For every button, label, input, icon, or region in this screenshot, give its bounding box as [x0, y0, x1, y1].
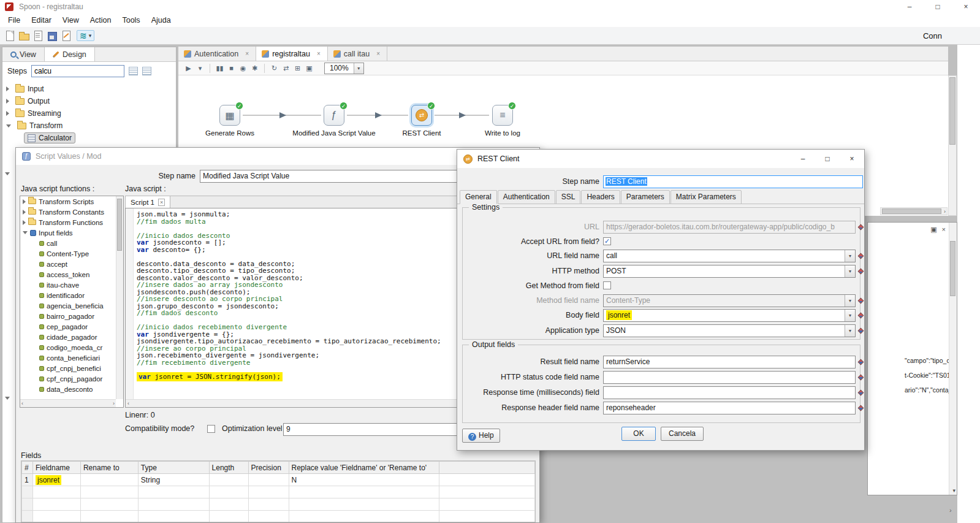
canvas-vscroll[interactable]: [948, 75, 957, 216]
close-icon[interactable]: ×: [840, 150, 864, 168]
pause-button[interactable]: ▮▮: [215, 64, 225, 73]
zoom-combo[interactable]: 100% ▾: [324, 63, 364, 74]
tree-item-calculator[interactable]: Calculator: [2, 132, 176, 144]
canvas-tab-registraltau[interactable]: registraltau×: [256, 47, 328, 61]
run-options-button[interactable]: ▾: [195, 64, 205, 73]
menu-action[interactable]: Action: [85, 14, 117, 26]
step-name-input[interactable]: REST Client: [603, 175, 863, 188]
chevron-down-icon[interactable]: ▾: [845, 310, 855, 321]
close-tab-icon[interactable]: ×: [244, 50, 250, 58]
ok-button[interactable]: OK: [621, 427, 656, 441]
function-item-transform-functions[interactable]: Transform Functions: [20, 217, 123, 227]
function-item-transform-constants[interactable]: Transform Constants: [20, 207, 123, 217]
preview-button[interactable]: ◉: [238, 64, 248, 73]
function-item-access-token[interactable]: access_token: [20, 269, 123, 280]
http-method-combo[interactable]: POST ▾: [603, 265, 856, 278]
variable-icon[interactable]: [859, 386, 866, 399]
stop-button[interactable]: ■: [226, 64, 237, 72]
function-item-agencia-beneficia[interactable]: agencia_beneficia: [20, 300, 123, 311]
scroll-right-icon[interactable]: ›: [943, 208, 947, 215]
response-time-input[interactable]: [603, 386, 856, 399]
results-vscroll[interactable]: ▾: [949, 223, 957, 495]
explore-repository-icon[interactable]: [32, 30, 44, 42]
tab-view[interactable]: View: [2, 47, 45, 61]
minimize-icon[interactable]: –: [791, 150, 815, 168]
menu-tools[interactable]: Tools: [116, 14, 145, 26]
menu-view[interactable]: View: [57, 14, 85, 26]
show-grid-button[interactable]: ⊞: [292, 64, 303, 73]
result-field-name-input[interactable]: returnService: [603, 356, 856, 368]
flow-step-generate-rows[interactable]: ▦✓Generate Rows: [178, 105, 282, 137]
variable-icon[interactable]: [859, 402, 866, 414]
tab-matrix-parameters[interactable]: Matrix Parameters: [670, 190, 742, 204]
tab-script-1[interactable]: Script 1 ×: [126, 196, 170, 208]
variable-icon[interactable]: [859, 294, 866, 307]
tree-item-streaming[interactable]: Streaming: [2, 107, 176, 120]
rest-dialog-titlebar[interactable]: ⇄ REST Client – □ ×: [457, 150, 864, 168]
variable-icon[interactable]: [859, 324, 866, 337]
scroll-down-icon[interactable]: ▾: [952, 487, 955, 494]
tree-expander-icon[interactable]: [6, 124, 11, 128]
close-tab-icon[interactable]: ×: [158, 199, 165, 206]
function-item-itau-chave[interactable]: itau-chave: [20, 280, 123, 290]
function-item-data-desconto[interactable]: data_desconto: [20, 384, 123, 394]
menu-editar[interactable]: Editar: [26, 14, 57, 26]
function-item-conta-beneficiari[interactable]: conta_beneficiari: [20, 353, 123, 363]
response-header-input[interactable]: reponseheader: [603, 402, 856, 414]
flow-step-write-to-log[interactable]: ≡✓Write to log: [450, 105, 555, 137]
variable-icon[interactable]: [859, 221, 866, 234]
function-item-accept[interactable]: accept: [20, 259, 123, 269]
function-item-content-type[interactable]: Content-Type: [20, 248, 123, 259]
body-field-combo[interactable]: jsonret ▾: [603, 309, 856, 322]
collapse-all-icon[interactable]: [142, 67, 151, 75]
close-tab-icon[interactable]: ×: [316, 50, 322, 58]
variable-icon[interactable]: [859, 356, 866, 368]
tree-item-transform[interactable]: Transform: [2, 120, 176, 132]
get-method-checkbox[interactable]: [603, 281, 611, 289]
new-file-icon[interactable]: [4, 30, 15, 42]
canvas-hscroll[interactable]: ›: [880, 207, 948, 215]
expand-all-icon[interactable]: [129, 67, 138, 75]
chevron-down-icon[interactable]: ▾: [845, 250, 855, 262]
application-type-combo[interactable]: JSON ▾: [603, 324, 856, 337]
connect-button[interactable]: Conn: [923, 31, 942, 40]
chevron-down-icon[interactable]: ▾: [354, 63, 363, 74]
checkpoint-button[interactable]: ⇄: [281, 64, 291, 73]
maximize-icon[interactable]: □: [924, 0, 952, 13]
scroll-left-icon[interactable]: ‹: [21, 400, 23, 407]
table-row-empty[interactable]: [22, 498, 535, 511]
debug-button[interactable]: ✱: [249, 64, 260, 73]
tree-expander-icon[interactable]: [23, 210, 26, 215]
function-item-cep-pagador[interactable]: cep_pagador: [20, 321, 123, 332]
function-item-cidade-pagador[interactable]: cidade_pagador: [20, 332, 123, 342]
url-field-name-combo[interactable]: call ▾: [603, 250, 856, 262]
canvas-tab-call-itau[interactable]: call itau×: [328, 47, 387, 61]
variable-icon[interactable]: [859, 309, 866, 322]
function-item-transform-scripts[interactable]: Transform Scripts: [20, 196, 123, 207]
tab-ssl[interactable]: SSL: [556, 190, 581, 204]
canvas-tab-autentication[interactable]: Autentication×: [178, 47, 256, 61]
function-item-cpf-cnpj-pagador[interactable]: cpf_cnpj_pagador: [20, 373, 123, 384]
tab-authentication[interactable]: Authentication: [498, 190, 555, 204]
function-item-cpf-cnpj-benefici[interactable]: cpf_cnpj_benefici: [20, 363, 123, 373]
tree-expander-icon[interactable]: [6, 86, 9, 91]
tree-expander-icon[interactable]: [5, 397, 10, 400]
menu-file[interactable]: File: [2, 14, 26, 26]
tree-expander-icon[interactable]: [23, 199, 26, 204]
table-row[interactable]: 1jsonretStringN: [22, 474, 535, 486]
function-item-call[interactable]: call: [20, 238, 123, 248]
close-panel-icon[interactable]: ×: [942, 226, 946, 234]
chevron-down-icon[interactable]: ▾: [845, 325, 855, 337]
table-row-empty[interactable]: [22, 486, 535, 498]
functions-vscroll[interactable]: [116, 196, 123, 399]
run-button[interactable]: ▶: [183, 64, 194, 73]
tab-parameters[interactable]: Parameters: [621, 190, 670, 204]
save-as-icon[interactable]: [60, 30, 72, 42]
tree-expander-icon[interactable]: [23, 231, 28, 234]
scroll-right-icon[interactable]: ›: [949, 506, 952, 514]
tab-headers[interactable]: Headers: [581, 190, 620, 204]
cancel-button[interactable]: Cancela: [661, 427, 704, 441]
functions-hscroll[interactable]: ‹ ›: [20, 399, 116, 407]
tab-design[interactable]: Design: [45, 47, 95, 61]
accept-url-checkbox[interactable]: ✓: [603, 237, 611, 245]
